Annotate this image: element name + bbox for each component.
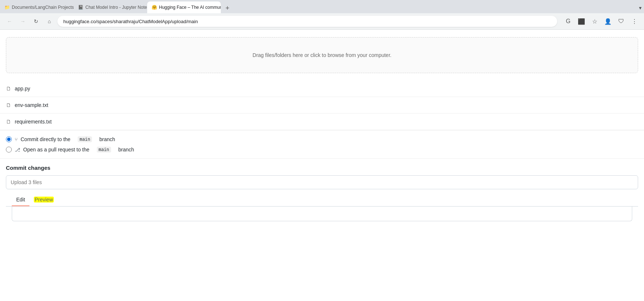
branch-icon-pr: ⎇ xyxy=(15,147,20,153)
branch-section: ⑂ Commit directly to the main branch ⎇ O… xyxy=(0,130,644,158)
file-name-requirements: requirements.txt xyxy=(15,119,52,125)
commit-tabs-row: Edit Preview xyxy=(6,194,638,207)
file-icon-requirements: 🗋 xyxy=(6,119,11,125)
tab-favicon-documents: 📁 xyxy=(4,5,10,10)
file-item-requirements: 🗋 requirements.txt xyxy=(0,114,644,130)
back-button[interactable]: ← xyxy=(4,16,15,26)
radio-row-pr: ⎇ Open as a pull request to the main bra… xyxy=(6,147,638,153)
tab-edit[interactable]: Edit xyxy=(12,194,29,206)
reload-button[interactable]: ↻ xyxy=(31,16,41,26)
commit-heading: Commit changes xyxy=(6,165,638,171)
profile-icon[interactable]: 👤 xyxy=(603,16,613,26)
tab-bar: 📁 Documents/LangChain Projects/ ✕ 📓 Chat… xyxy=(0,0,644,13)
radio-direct-label-after: branch xyxy=(99,136,115,142)
commit-section: Commit changes Edit Preview xyxy=(0,158,644,227)
file-icon-envsample: 🗋 xyxy=(6,102,11,108)
bookmark-icon[interactable]: ☆ xyxy=(590,16,600,26)
radio-pr-label-after: branch xyxy=(118,147,134,153)
radio-direct-label-before: Commit directly to the xyxy=(21,136,70,142)
home-button[interactable]: ⌂ xyxy=(44,16,54,26)
file-icon-apppy: 🗋 xyxy=(6,86,11,92)
radio-row-direct: ⑂ Commit directly to the main branch xyxy=(6,136,638,142)
new-tab-button[interactable]: + xyxy=(222,3,233,13)
branch-name-direct: main xyxy=(78,136,92,142)
file-list: 🗋 app.py 🗋 env-sample.txt 🗋 requirements… xyxy=(0,80,644,130)
tab-label-documents: Documents/LangChain Projects/ xyxy=(12,5,74,10)
radio-pr[interactable] xyxy=(6,147,12,153)
page-content: Drag files/folders here or click to brow… xyxy=(0,37,644,227)
tab-favicon-huggingface: 🤗 xyxy=(152,5,157,10)
tab-huggingface[interactable]: 🤗 Hugging Face – The AI commun... ✕ xyxy=(147,1,221,13)
tab-documents[interactable]: 📁 Documents/LangChain Projects/ ✕ xyxy=(0,1,74,13)
address-bar-row: ← → ↻ ⌂ G ⬛ ☆ 👤 🛡 ⋮ xyxy=(0,13,644,29)
tab-favicon-jupyter: 📓 xyxy=(78,5,83,10)
branch-name-pr: main xyxy=(97,147,111,153)
drop-zone-text: Drag files/folders here or click to brow… xyxy=(252,52,391,58)
tab-label-jupyter: Chat Model Intro - Jupyter Note... xyxy=(85,5,147,10)
file-item-apppy: 🗋 app.py xyxy=(0,80,644,97)
browser-chrome: 📁 Documents/LangChain Projects/ ✕ 📓 Chat… xyxy=(0,0,644,30)
file-name-apppy: app.py xyxy=(15,86,30,92)
extensions-icon[interactable]: ⬛ xyxy=(576,16,587,26)
tab-label-huggingface: Hugging Face – The AI commun... xyxy=(159,5,221,10)
address-input[interactable] xyxy=(57,16,557,27)
shield-icon[interactable]: 🛡 xyxy=(616,16,626,26)
tab-jupyter[interactable]: 📓 Chat Model Intro - Jupyter Note... ✕ xyxy=(74,1,147,13)
file-name-envsample: env-sample.txt xyxy=(15,102,48,108)
tab-preview-label: Preview xyxy=(34,197,54,203)
radio-direct[interactable] xyxy=(6,136,12,142)
commit-message-input[interactable] xyxy=(6,175,638,189)
menu-icon[interactable]: ⋮ xyxy=(629,16,640,26)
tab-preview[interactable]: Preview xyxy=(29,194,58,206)
radio-pr-label-before: Open as a pull request to the xyxy=(23,147,89,153)
forward-button[interactable]: → xyxy=(18,16,28,26)
branch-icon-direct: ⑂ xyxy=(15,137,18,142)
tab-strip-overflow[interactable]: ▼ xyxy=(637,3,644,13)
commit-description-area[interactable] xyxy=(12,207,632,221)
google-icon[interactable]: G xyxy=(563,16,573,26)
browser-actions: G ⬛ ☆ 👤 🛡 ⋮ xyxy=(563,16,640,26)
file-item-envsample: 🗋 env-sample.txt xyxy=(0,97,644,114)
drop-zone[interactable]: Drag files/folders here or click to brow… xyxy=(6,37,638,73)
